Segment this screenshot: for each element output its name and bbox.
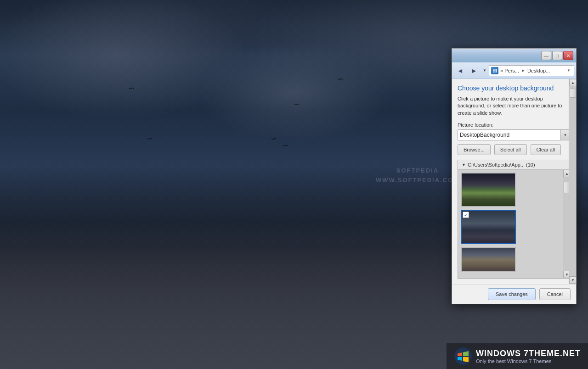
- address-part2: Desktop...: [527, 68, 550, 73]
- clear-all-button[interactable]: Clear all: [531, 144, 561, 155]
- close-button[interactable]: ✕: [563, 51, 573, 60]
- address-icon: 🖼: [491, 67, 498, 74]
- bird-5: 〜: [283, 142, 288, 150]
- save-changes-button[interactable]: Save changes: [488, 288, 536, 300]
- windows-logo-icon: [454, 347, 472, 365]
- browse-button[interactable]: Browse...: [458, 144, 491, 155]
- brand-subtitle: Only the best Windows 7 Themes: [476, 358, 581, 364]
- thumbnail-checkbox-2[interactable]: ✓: [463, 212, 469, 218]
- thumbnail-content: ✓ ▲ ▼: [458, 170, 570, 278]
- thumbnail-image-2: [462, 211, 515, 243]
- thumbnail-item-1[interactable]: [461, 173, 516, 207]
- minimize-button[interactable]: —: [541, 51, 551, 60]
- dialog-footer: Save changes Cancel: [452, 284, 576, 304]
- nav-dropdown-button[interactable]: ▼: [481, 65, 488, 77]
- thumbnail-item-3[interactable]: [461, 247, 516, 272]
- maximize-button[interactable]: □: [552, 51, 562, 60]
- select-all-button[interactable]: Select all: [494, 144, 527, 155]
- brand-title: WINDOWS 7THEME.NET: [476, 349, 581, 358]
- main-scroll-thumb[interactable]: [570, 89, 576, 98]
- main-scroll-up-button[interactable]: ▲: [569, 79, 577, 86]
- back-button[interactable]: ◄: [454, 65, 467, 77]
- brand-text: WINDOWS 7THEME.NET Only the best Windows…: [476, 349, 581, 364]
- address-dropdown-button[interactable]: ▼: [565, 65, 572, 76]
- address-part1: « Pers...: [500, 68, 519, 73]
- section-description: Click a picture to make it your desktop …: [458, 95, 571, 117]
- picture-location-select[interactable]: DesktopBackground: [458, 129, 571, 140]
- watermark-line2: www.softpedia.com: [376, 176, 459, 185]
- thumbnail-image-1: [462, 173, 515, 206]
- bird-1: 〜: [129, 85, 134, 93]
- thumbnail-item-2[interactable]: ✓: [461, 210, 516, 244]
- folder-header: ▼ C:\Users\Softpedia\App... (10): [458, 160, 570, 170]
- navigation-bar: ◄ ► ▼ 🖼 « Pers... ► Desktop... ▼: [452, 62, 576, 79]
- picture-location-label: Picture location:: [458, 122, 571, 128]
- title-bar-buttons: — □ ✕: [541, 51, 573, 60]
- address-separator: ►: [521, 68, 526, 73]
- bird-2: 〜: [338, 76, 343, 84]
- section-heading: Choose your desktop background: [458, 84, 571, 92]
- thumbnail-image-3: [462, 248, 515, 271]
- expand-arrow-icon: ▼: [462, 162, 466, 167]
- desktop-background-dialog: — □ ✕ ◄ ► ▼ 🖼 « Pers... ► Desktop... ▼ C…: [452, 48, 577, 304]
- dialog-content: Choose your desktop background Click a p…: [452, 79, 576, 284]
- action-buttons-row: Browse... Select all Clear all: [458, 144, 571, 155]
- watermark-line1: SOFTPEDIA: [376, 166, 459, 176]
- main-scroll-down-button[interactable]: ▼: [569, 276, 577, 284]
- thumbnail-area: ▼ C:\Users\Softpedia\App... (10) ✓: [458, 160, 571, 279]
- bird-3: 〜: [294, 101, 300, 109]
- picture-location-dropdown-wrapper: DesktopBackground ▼: [458, 129, 571, 140]
- title-bar: — □ ✕: [452, 49, 576, 62]
- main-scroll-track: [569, 86, 576, 276]
- brand-bar: WINDOWS 7THEME.NET Only the best Windows…: [447, 343, 588, 369]
- folder-label: C:\Users\Softpedia\App... (10): [468, 162, 535, 168]
- bird-6: 〜: [147, 135, 153, 143]
- forward-button[interactable]: ►: [468, 65, 481, 77]
- thumbnail-scroll-area[interactable]: ✓: [458, 170, 563, 278]
- main-scrollbar: ▲ ▼: [569, 79, 576, 284]
- address-bar: 🖼 « Pers... ► Desktop... ▼: [489, 65, 574, 76]
- watermark: SOFTPEDIA www.softpedia.com: [376, 166, 459, 185]
- cancel-button[interactable]: Cancel: [539, 288, 571, 300]
- bird-4: 〜: [271, 135, 277, 143]
